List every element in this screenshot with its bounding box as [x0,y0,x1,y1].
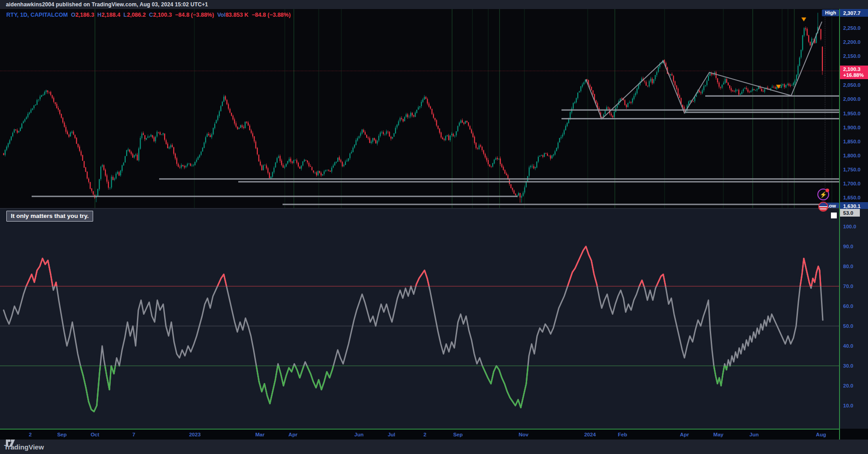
rsi-indicator-pane[interactable]: TJO It only matters that you try. ⚡ [0,209,840,429]
last-price-change: +16.88% [843,72,868,78]
last-price-badge: 2,100.3 +16.88% [840,66,868,79]
ohlc-token: Vol [217,12,226,18]
ohlc-token: O [71,12,75,18]
high-price-badge: 2,307.7 [840,9,868,17]
time-axis-label: Feb [618,432,627,437]
price-axis-label: 1,750.0 [843,167,860,172]
price-axis-label: 1,950.0 [843,111,860,116]
pane-bottom-border [0,429,840,430]
time-axis-label: 2024 [584,432,596,437]
flag-icon[interactable] [818,202,828,212]
ohlc-token: 83.853 K [226,12,249,18]
symbol-ohlc-readout[interactable]: RTY, 1D, CAPITALCOMO2,186.3H2,188.4L2,08… [6,12,294,18]
time-axis-label: Jul [388,432,396,437]
rsi-axis-label: 50.0 [843,323,853,329]
ohlc-token: 2,188.4 [101,12,120,18]
time-axis-label: Apr [288,432,297,437]
rsi-axis-label: 80.0 [843,264,853,269]
lightning-glyph: ⚡ [820,191,827,198]
rsi-axis-label: 20.0 [843,383,853,388]
time-axis-label: 7 [132,432,135,437]
time-axis-label: Sep [57,432,66,437]
time-axis-label: Apr [680,432,689,437]
price-axis-label: 2,000.0 [843,96,860,102]
time-axis-label: 2 [424,432,426,437]
tradingview-published-chart: aidenhawkins2004 published on TradingVie… [0,0,868,454]
time-scale[interactable]: 2SepOct72023MarAprJunJul2SepNov2024FebAp… [0,430,840,440]
rsi-axis-label: 70.0 [843,284,853,289]
ohlc-token: −84.8 (−3.88%) [252,12,291,18]
ohlc-token: 2,086.2 [127,12,146,18]
price-axis-label: 2,200.0 [843,39,860,45]
price-axis-label: 1,800.0 [843,153,860,158]
rsi-axis-label: 60.0 [843,303,853,309]
rsi-scale[interactable]: 53.0 100.090.080.070.060.050.040.030.020… [840,209,868,429]
time-axis-label: May [713,432,723,437]
time-axis-label: Nov [519,432,528,437]
price-axis-label: 2,250.0 [843,25,860,31]
time-axis-label: 2 [29,432,32,437]
low-price-value: 1,630.1 [843,203,868,209]
time-axis-label: Jun [354,432,363,437]
ohlc-token: −84.8 (−3.88%) [175,12,214,18]
time-axis-label: Aug [816,432,826,437]
candlestick-chart[interactable] [0,9,840,208]
publish-info-bar: aidenhawkins2004 published on TradingVie… [0,0,868,9]
ohlc-token: L [123,12,127,18]
time-axis-label: Jun [750,432,759,437]
rsi-axis-label: 40.0 [843,343,853,349]
price-chart-pane[interactable]: RTY, 1D, CAPITALCOMO2,186.3H2,188.4L2,08… [0,9,840,208]
time-axis-label: Oct [90,432,99,437]
ohlc-token: 2,186.3 [75,12,94,18]
resize-handle[interactable] [831,213,837,218]
rsi-axis-label: 100.0 [843,224,856,229]
scale-border [839,9,840,440]
ohlc-token: RTY, 1D, CAPITALCOM [6,12,68,18]
price-axis-label: 2,050.0 [843,82,860,88]
axis-corner [840,429,868,440]
ohlc-token: 2,100.3 [153,12,172,18]
time-axis-label: Mar [255,432,264,437]
rsi-axis-label: 30.0 [843,363,853,369]
rsi-axis-label: 90.0 [843,244,853,249]
rsi-value-badge: 53.0 [840,209,860,217]
time-axis-label: 2023 [189,432,201,437]
footer-bar: TradingView [0,440,868,454]
lightning-icon[interactable]: ⚡ [817,189,829,200]
price-axis-label: 1,900.0 [843,125,860,130]
high-label-pill: High [822,9,839,16]
price-axis-label: 1,700.0 [843,181,860,186]
price-axis-label: 2,150.0 [843,53,860,59]
rsi-axis-label: 10.0 [843,403,853,408]
triangle-down-marker[interactable] [802,18,806,21]
rsi-chart[interactable] [0,209,840,429]
notification-dot-icon [826,189,829,192]
price-scale[interactable]: 2,307.7 2,100.3 +16.88% 1,630.1 2,250.02… [840,9,868,208]
tradingview-logo[interactable] [6,440,17,447]
last-price-value: 2,100.3 [843,66,868,72]
price-axis-label: 1,850.0 [843,139,860,144]
time-axis-label: Sep [453,432,462,437]
high-price-value: 2,307.7 [843,10,868,16]
publish-info-text: aidenhawkins2004 published on TradingVie… [6,1,208,8]
note-tooltip[interactable]: It only matters that you try. [6,211,93,222]
price-axis-label: 1,650.0 [843,195,860,200]
